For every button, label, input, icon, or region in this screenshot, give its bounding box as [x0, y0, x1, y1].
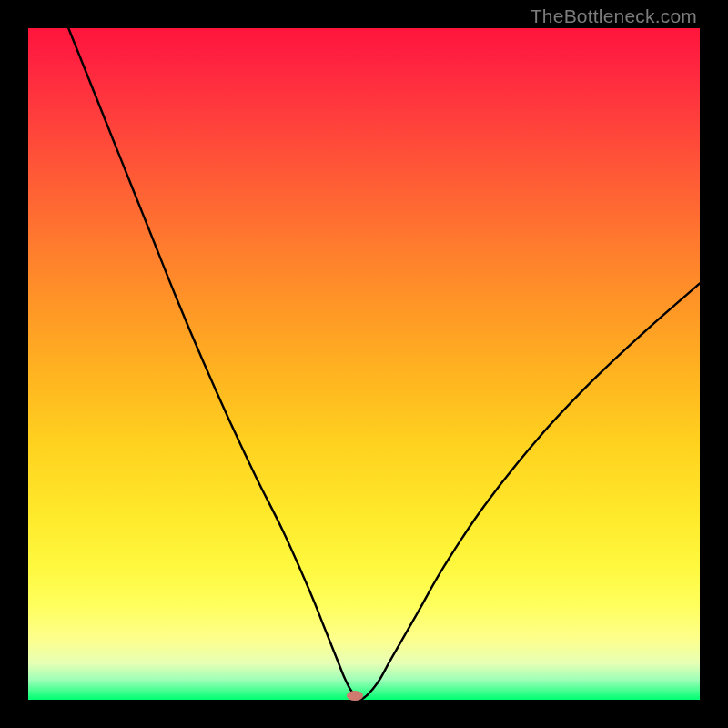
- chart-frame: TheBottleneck.com: [0, 0, 728, 728]
- watermark-text: TheBottleneck.com: [531, 5, 697, 27]
- bottleneck-curve: [28, 28, 700, 700]
- plot-area: [28, 28, 700, 700]
